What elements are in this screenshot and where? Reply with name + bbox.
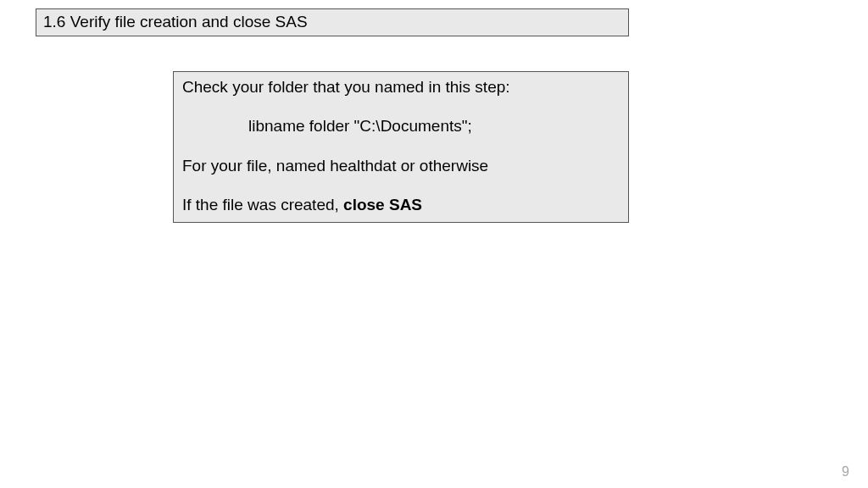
section-header-box: 1.6 Verify file creation and close SAS	[36, 8, 629, 36]
page-number: 9	[842, 464, 849, 480]
section-header-text: 1.6 Verify file creation and close SAS	[43, 13, 308, 30]
instruction-line-1: Check your folder that you named in this…	[182, 77, 620, 97]
instruction-line-3-bold: close SAS	[343, 196, 422, 214]
instruction-box: Check your folder that you named in this…	[173, 71, 629, 223]
instruction-line-2: For your file, named healthdat or otherw…	[182, 156, 620, 176]
code-sample-line: libname folder "C:\Documents";	[182, 116, 620, 136]
instruction-line-3-prefix: If the file was created,	[182, 196, 343, 214]
instruction-line-3: If the file was created, close SAS	[182, 195, 620, 215]
